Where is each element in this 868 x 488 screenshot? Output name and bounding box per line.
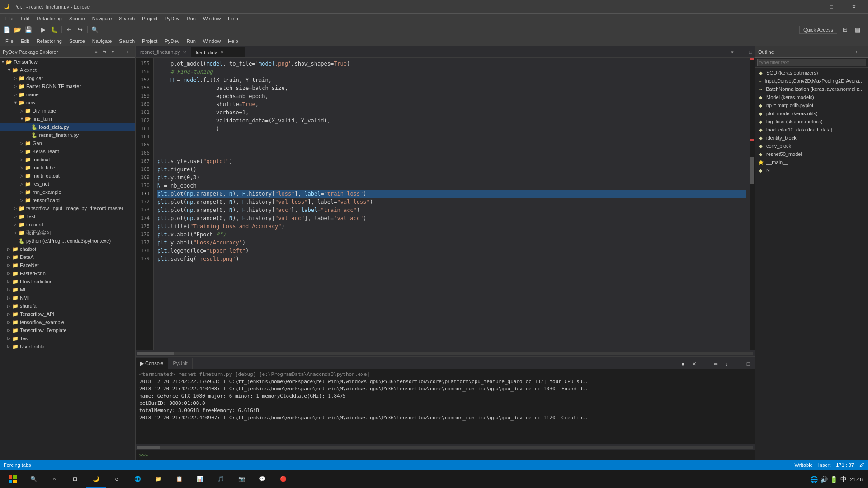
sidebar-item-1[interactable]: ▼📂Alexnet: [0, 66, 135, 74]
sidebar-item-3[interactable]: ▷📁Faster-RCNN-TF-master: [0, 82, 135, 90]
code-content[interactable]: plot_model(model, to_file='model.png',sh…: [154, 58, 750, 350]
tab-max-button[interactable]: □: [746, 47, 755, 57]
taskbar-search[interactable]: 🔍: [24, 471, 43, 488]
code-line-160[interactable]: shuffle=True,: [157, 100, 746, 108]
horizontal-scrollbar[interactable]: [136, 350, 755, 356]
sidebar-item-5[interactable]: ▼📂new: [0, 99, 135, 107]
start-button[interactable]: [2, 470, 24, 488]
taskbar-app-6[interactable]: 📊: [190, 471, 210, 488]
sidebar-item-15[interactable]: ▷📁res_net: [0, 180, 135, 188]
taskbar-app-7[interactable]: 🎵: [211, 471, 231, 488]
link-editor-button[interactable]: ⇆: [101, 48, 108, 56]
console-btn-2[interactable]: ✕: [689, 359, 699, 369]
sidebar-item-19[interactable]: ▷📁Test: [0, 212, 135, 221]
sidebar-item-32[interactable]: ▷📁tensorflow_example: [0, 318, 135, 326]
sidebar-item-26[interactable]: ▷📁FasterRcnn: [0, 269, 135, 277]
close-button[interactable]: ✕: [844, 0, 864, 14]
tab-loaddata-close[interactable]: ✕: [220, 50, 224, 55]
console-btn-3[interactable]: ≡: [700, 359, 710, 369]
sidebar-item-9[interactable]: 🐍resnet_fineturn.py: [0, 131, 135, 139]
console-btn-5[interactable]: ↓: [722, 359, 731, 369]
debug-button[interactable]: 🐛: [49, 25, 59, 35]
outline-item-5[interactable]: ◆plot_model (keras.utils): [755, 109, 868, 117]
code-line-165[interactable]: [157, 141, 746, 149]
menu-item-search[interactable]: Search: [115, 15, 138, 22]
menu-item-edit[interactable]: Edit: [17, 15, 33, 22]
code-line-179[interactable]: plt.savefig('result.png'): [157, 255, 746, 263]
code-line-177[interactable]: plt.ylabel("Loss/Accuracy"): [157, 239, 746, 247]
sidebar-item-23[interactable]: ▷📁chatbot: [0, 245, 135, 253]
sidebar-item-34[interactable]: ▷📁Test: [0, 334, 135, 343]
taskbar-app-9[interactable]: 💬: [252, 471, 272, 488]
console-tab[interactable]: ▶ Console: [136, 358, 168, 369]
menu-item-pydev[interactable]: PyDev: [161, 38, 183, 45]
maximize-button[interactable]: □: [821, 0, 842, 14]
pyunit-tab[interactable]: PyUnit: [168, 358, 192, 369]
console-scroll-thumb[interactable]: [137, 446, 160, 449]
taskbar-app-5[interactable]: 📋: [169, 471, 189, 488]
menu-item-search[interactable]: Search: [115, 38, 138, 45]
sidebar-item-11[interactable]: ▷📁Keras_learn: [0, 147, 135, 155]
outline-item-3[interactable]: ◆Model (keras.models): [755, 93, 868, 101]
menu-item-run[interactable]: Run: [183, 15, 199, 22]
sidebar-item-31[interactable]: ▷📁Tensorflow_API: [0, 310, 135, 318]
taskbar-edge[interactable]: e: [107, 471, 127, 488]
menu-item-refactoring[interactable]: Refactoring: [33, 38, 66, 45]
outline-hide-btn[interactable]: ─: [859, 49, 862, 54]
run-button[interactable]: ▶: [38, 25, 48, 35]
taskbar-app-10[interactable]: 🔴: [273, 471, 293, 488]
code-line-176[interactable]: plt.xlabel("Epoch #"): [157, 230, 746, 239]
open-button[interactable]: 📂: [13, 25, 23, 35]
system-clock[interactable]: 21:46: [850, 477, 863, 482]
undo-button[interactable]: ↩: [64, 25, 74, 35]
code-line-169[interactable]: plt.ylim(0,3): [157, 174, 746, 182]
sidebar-item-28[interactable]: ▷📁ML: [0, 286, 135, 294]
scroll-thumb[interactable]: [750, 157, 754, 184]
taskbar-eclipse[interactable]: 🌙: [86, 471, 106, 488]
menu-item-edit[interactable]: Edit: [17, 38, 33, 45]
outline-item-11[interactable]: ⭐__main__: [755, 158, 868, 166]
collapse-all-button[interactable]: ≡: [93, 48, 100, 56]
menu-item-project[interactable]: Project: [138, 15, 161, 22]
sidebar-item-27[interactable]: ▷📁FlowPrediction: [0, 277, 135, 286]
tray-ime[interactable]: 中: [840, 476, 847, 483]
sidebar-item-0[interactable]: ▼📂Tensorflow: [0, 58, 135, 66]
taskbar-app-8[interactable]: 📷: [231, 471, 251, 488]
outline-max-btn[interactable]: □: [863, 49, 865, 54]
console-btn-1[interactable]: ■: [678, 359, 688, 369]
sidebar-item-14[interactable]: ▷📁multi_output: [0, 172, 135, 180]
sidebar-item-13[interactable]: ▷📁multi_label: [0, 164, 135, 172]
sidebar-item-24[interactable]: ▷📁DataA: [0, 253, 135, 261]
outline-filter-input[interactable]: [757, 59, 866, 66]
sidebar-item-21[interactable]: ▷📁张正荣实习: [0, 229, 135, 237]
sidebar-item-18[interactable]: ▷📁tensorflow_input_image_by_tfrecord-mas…: [0, 204, 135, 212]
outline-item-4[interactable]: ◆np = matplotlib.pyplot: [755, 101, 868, 109]
sidebar-item-16[interactable]: ▷📁rnn_example: [0, 188, 135, 196]
view-menu-button[interactable]: ▾: [109, 48, 116, 56]
code-line-167[interactable]: plt.style.use("ggplot"): [157, 157, 746, 165]
code-line-156[interactable]: # Fine-tuning: [157, 68, 746, 76]
menu-item-pydev[interactable]: PyDev: [161, 15, 183, 22]
save-button[interactable]: 💾: [24, 25, 33, 35]
menu-item-navigate[interactable]: Navigate: [89, 15, 115, 22]
tray-volume[interactable]: 🔊: [820, 476, 827, 483]
outline-item-6[interactable]: ◆log_loss (sklearn.metrics): [755, 117, 868, 126]
taskbar-explorer[interactable]: 📁: [148, 471, 168, 488]
code-line-163[interactable]: ): [157, 125, 746, 133]
code-line-175[interactable]: plt.title("Training Loss and Accuracy"): [157, 222, 746, 230]
code-line-162[interactable]: validation_data=(X_valid, Y_valid),: [157, 117, 746, 125]
console-scroll-track[interactable]: [137, 446, 753, 449]
sidebar-item-8[interactable]: 🐍load_data.py: [0, 123, 135, 131]
outline-item-12[interactable]: ◆N: [755, 166, 868, 174]
sidebar-item-12[interactable]: ▷📁medical: [0, 155, 135, 164]
tray-battery[interactable]: 🔋: [830, 476, 837, 483]
minimize-button[interactable]: ─: [798, 0, 819, 14]
outline-item-8[interactable]: ◆identity_block: [755, 134, 868, 142]
menu-item-help[interactable]: Help: [224, 38, 242, 45]
code-line-161[interactable]: verbose=1,: [157, 108, 746, 117]
code-line-170[interactable]: N = nb_epoch: [157, 182, 746, 190]
menu-item-help[interactable]: Help: [224, 15, 242, 22]
outline-item-2[interactable]: →BatchNormalization (keras.layers.normal…: [755, 85, 868, 93]
menu-item-file[interactable]: File: [2, 38, 17, 45]
sidebar-item-20[interactable]: ▷📁tfrecord: [0, 221, 135, 229]
